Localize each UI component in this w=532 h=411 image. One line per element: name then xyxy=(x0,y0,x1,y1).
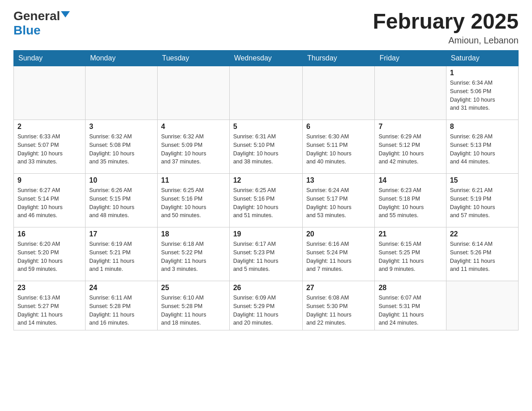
logo-general-text: General xyxy=(13,9,60,23)
calendar-cell: 21Sunrise: 6:15 AM Sunset: 5:25 PM Dayli… xyxy=(375,227,446,281)
day-info: Sunrise: 6:24 AM Sunset: 5:17 PM Dayligh… xyxy=(306,186,371,220)
day-number: 21 xyxy=(378,230,442,238)
day-number: 18 xyxy=(161,230,226,238)
day-info: Sunrise: 6:20 AM Sunset: 5:20 PM Dayligh… xyxy=(17,240,82,274)
calendar-cell: 4Sunrise: 6:32 AM Sunset: 5:09 PM Daylig… xyxy=(157,120,229,174)
day-number: 14 xyxy=(378,176,442,184)
day-info: Sunrise: 6:30 AM Sunset: 5:11 PM Dayligh… xyxy=(306,133,371,166)
day-info: Sunrise: 6:17 AM Sunset: 5:23 PM Dayligh… xyxy=(233,240,299,274)
day-info: Sunrise: 6:21 AM Sunset: 5:19 PM Dayligh… xyxy=(450,186,515,220)
calendar-table: SundayMondayTuesdayWednesdayThursdayFrid… xyxy=(13,50,519,330)
day-number: 6 xyxy=(306,123,371,131)
day-info: Sunrise: 6:25 AM Sunset: 5:16 PM Dayligh… xyxy=(233,186,299,220)
calendar-cell: 14Sunrise: 6:23 AM Sunset: 5:18 PM Dayli… xyxy=(375,174,446,227)
day-number: 5 xyxy=(233,123,299,131)
logo-triangle-icon xyxy=(61,11,70,17)
calendar-cell: 25Sunrise: 6:10 AM Sunset: 5:28 PM Dayli… xyxy=(157,281,229,330)
day-info: Sunrise: 6:08 AM Sunset: 5:30 PM Dayligh… xyxy=(306,294,371,327)
day-number: 11 xyxy=(161,176,226,184)
calendar-body: 1Sunrise: 6:34 AM Sunset: 5:06 PM Daylig… xyxy=(14,66,519,330)
weekday-header: Thursday xyxy=(302,51,375,66)
calendar-cell: 22Sunrise: 6:14 AM Sunset: 5:26 PM Dayli… xyxy=(446,227,518,281)
day-number: 10 xyxy=(89,176,154,184)
calendar-cell: 10Sunrise: 6:26 AM Sunset: 5:15 PM Dayli… xyxy=(86,174,158,227)
calendar-cell: 6Sunrise: 6:30 AM Sunset: 5:11 PM Daylig… xyxy=(302,120,375,174)
day-info: Sunrise: 6:15 AM Sunset: 5:25 PM Dayligh… xyxy=(378,240,442,274)
location: Amioun, Lebanon xyxy=(373,35,519,46)
calendar-cell: 2Sunrise: 6:33 AM Sunset: 5:07 PM Daylig… xyxy=(14,120,86,174)
day-info: Sunrise: 6:19 AM Sunset: 5:21 PM Dayligh… xyxy=(89,240,154,274)
calendar-week-row: 23Sunrise: 6:13 AM Sunset: 5:27 PM Dayli… xyxy=(14,281,519,330)
day-number: 15 xyxy=(450,176,515,184)
day-info: Sunrise: 6:25 AM Sunset: 5:16 PM Dayligh… xyxy=(161,186,226,220)
day-number: 8 xyxy=(450,123,515,131)
calendar-cell: 23Sunrise: 6:13 AM Sunset: 5:27 PM Dayli… xyxy=(14,281,86,330)
header-row: SundayMondayTuesdayWednesdayThursdayFrid… xyxy=(14,51,519,66)
day-number: 3 xyxy=(89,123,154,131)
calendar-header: SundayMondayTuesdayWednesdayThursdayFrid… xyxy=(14,51,519,66)
calendar-cell: 15Sunrise: 6:21 AM Sunset: 5:19 PM Dayli… xyxy=(446,174,518,227)
day-number: 27 xyxy=(306,284,371,292)
day-number: 2 xyxy=(17,123,82,131)
calendar-cell: 3Sunrise: 6:32 AM Sunset: 5:08 PM Daylig… xyxy=(86,120,158,174)
day-info: Sunrise: 6:34 AM Sunset: 5:06 PM Dayligh… xyxy=(450,79,515,112)
calendar-cell: 11Sunrise: 6:25 AM Sunset: 5:16 PM Dayli… xyxy=(157,174,229,227)
day-number: 20 xyxy=(306,230,371,238)
calendar-cell xyxy=(446,281,518,330)
day-number: 26 xyxy=(233,284,299,292)
day-number: 17 xyxy=(89,230,154,238)
day-number: 25 xyxy=(161,284,226,292)
calendar-week-row: 16Sunrise: 6:20 AM Sunset: 5:20 PM Dayli… xyxy=(14,227,519,281)
day-info: Sunrise: 6:32 AM Sunset: 5:09 PM Dayligh… xyxy=(161,133,226,166)
day-info: Sunrise: 6:07 AM Sunset: 5:31 PM Dayligh… xyxy=(378,294,442,327)
day-info: Sunrise: 6:28 AM Sunset: 5:13 PM Dayligh… xyxy=(450,133,515,166)
calendar-week-row: 2Sunrise: 6:33 AM Sunset: 5:07 PM Daylig… xyxy=(14,120,519,174)
day-number: 23 xyxy=(17,284,82,292)
calendar-cell xyxy=(229,66,302,120)
day-number: 1 xyxy=(450,69,515,77)
weekday-header: Friday xyxy=(375,51,446,66)
weekday-header: Sunday xyxy=(14,51,86,66)
title-section: February 2025 Amioun, Lebanon xyxy=(373,9,519,46)
day-info: Sunrise: 6:27 AM Sunset: 5:14 PM Dayligh… xyxy=(17,186,82,220)
calendar-cell: 7Sunrise: 6:29 AM Sunset: 5:12 PM Daylig… xyxy=(375,120,446,174)
day-info: Sunrise: 6:33 AM Sunset: 5:07 PM Dayligh… xyxy=(17,133,82,166)
calendar-cell: 9Sunrise: 6:27 AM Sunset: 5:14 PM Daylig… xyxy=(14,174,86,227)
calendar-cell: 1Sunrise: 6:34 AM Sunset: 5:06 PM Daylig… xyxy=(446,66,518,120)
day-number: 24 xyxy=(89,284,154,292)
calendar-cell: 12Sunrise: 6:25 AM Sunset: 5:16 PM Dayli… xyxy=(229,174,302,227)
calendar-cell: 17Sunrise: 6:19 AM Sunset: 5:21 PM Dayli… xyxy=(86,227,158,281)
day-number: 9 xyxy=(17,176,82,184)
day-number: 22 xyxy=(450,230,515,238)
calendar-cell: 27Sunrise: 6:08 AM Sunset: 5:30 PM Dayli… xyxy=(302,281,375,330)
day-number: 28 xyxy=(378,284,442,292)
month-title: February 2025 xyxy=(373,9,519,34)
day-info: Sunrise: 6:16 AM Sunset: 5:24 PM Dayligh… xyxy=(306,240,371,274)
day-info: Sunrise: 6:29 AM Sunset: 5:12 PM Dayligh… xyxy=(378,133,442,166)
weekday-header: Tuesday xyxy=(157,51,229,66)
day-info: Sunrise: 6:13 AM Sunset: 5:27 PM Dayligh… xyxy=(17,294,82,327)
day-number: 7 xyxy=(378,123,442,131)
calendar-cell xyxy=(86,66,158,120)
day-info: Sunrise: 6:09 AM Sunset: 5:29 PM Dayligh… xyxy=(233,294,299,327)
calendar-cell: 28Sunrise: 6:07 AM Sunset: 5:31 PM Dayli… xyxy=(375,281,446,330)
day-info: Sunrise: 6:14 AM Sunset: 5:26 PM Dayligh… xyxy=(450,240,515,274)
calendar-cell: 13Sunrise: 6:24 AM Sunset: 5:17 PM Dayli… xyxy=(302,174,375,227)
calendar-cell: 24Sunrise: 6:11 AM Sunset: 5:28 PM Dayli… xyxy=(86,281,158,330)
calendar-cell xyxy=(157,66,229,120)
page-header: General Blue February 2025 Amioun, Leban… xyxy=(13,9,519,46)
day-info: Sunrise: 6:10 AM Sunset: 5:28 PM Dayligh… xyxy=(161,294,226,327)
logo: General Blue xyxy=(13,9,70,38)
calendar-cell: 26Sunrise: 6:09 AM Sunset: 5:29 PM Dayli… xyxy=(229,281,302,330)
day-info: Sunrise: 6:11 AM Sunset: 5:28 PM Dayligh… xyxy=(89,294,154,327)
calendar-cell: 16Sunrise: 6:20 AM Sunset: 5:20 PM Dayli… xyxy=(14,227,86,281)
day-number: 12 xyxy=(233,176,299,184)
day-number: 13 xyxy=(306,176,371,184)
day-info: Sunrise: 6:18 AM Sunset: 5:22 PM Dayligh… xyxy=(161,240,226,274)
day-info: Sunrise: 6:26 AM Sunset: 5:15 PM Dayligh… xyxy=(89,186,154,220)
weekday-header: Monday xyxy=(86,51,158,66)
calendar-week-row: 9Sunrise: 6:27 AM Sunset: 5:14 PM Daylig… xyxy=(14,174,519,227)
calendar-cell xyxy=(14,66,86,120)
day-number: 19 xyxy=(233,230,299,238)
day-number: 4 xyxy=(161,123,226,131)
